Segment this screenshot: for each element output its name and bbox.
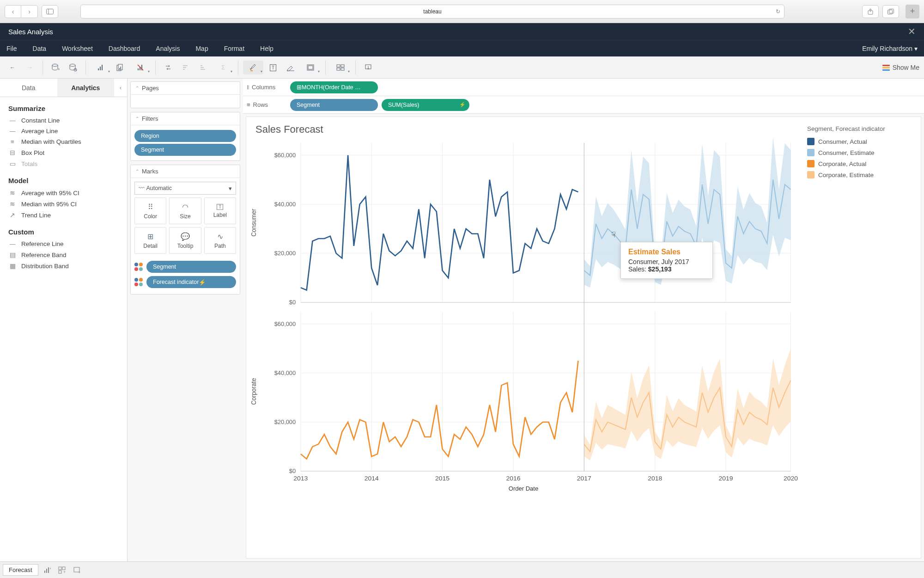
new-tab-button[interactable]: + [906,5,919,18]
svg-rect-21 [183,67,186,68]
marks-shelf[interactable]: ⌃Marks 〰 Automatic▾ ⠿Color ◠Size TLabel … [130,165,240,295]
analytics-trend-line[interactable]: ↗Trend Line [0,209,127,221]
filters-shelf[interactable]: ⌃Filters Region Segment [130,112,240,161]
share-button[interactable] [862,5,879,18]
sort-asc-button[interactable] [178,61,194,74]
new-datasource-button[interactable]: + [48,61,63,74]
detail-icon: ⊞ [147,232,153,241]
analytics-median-ci[interactable]: ≋Median with 95% CI [0,198,127,209]
svg-text:2013: 2013 [293,475,308,481]
analytics-ref-line[interactable]: ⸻Reference Line [0,239,127,249]
color-pill-forecast[interactable]: Forecast indicator⚡ [146,276,236,288]
analytics-avg-ci[interactable]: ≋Average with 95% CI [0,187,127,198]
svg-text:$20,000: $20,000 [274,250,296,257]
legend-item[interactable]: Corporate, Estimate [807,169,914,180]
showme-button[interactable]: Show Me [882,64,919,71]
analytics-dist-band[interactable]: ▦Distribution Band [0,260,127,271]
color-pill-segment[interactable]: Segment [146,261,236,273]
svg-rect-33 [341,68,344,70]
mark-label[interactable]: TLabel [204,197,236,224]
redo-button[interactable]: → [22,61,38,74]
shelves-pane: ⌃Pages ⌃Filters Region Segment ⌃Marks 〰 … [128,79,243,561]
legend-item[interactable]: Consumer, Estimate [807,147,914,158]
pause-data-button[interactable] [65,61,81,74]
address-bar[interactable]: tableau ↻ [80,5,784,18]
analytics-constant-line[interactable]: ⸻Constant Line [0,115,127,126]
refresh-icon[interactable]: ↻ [776,8,780,15]
menu-help[interactable]: Help [260,45,274,52]
sheet-tab-forecast[interactable]: Forecast [3,564,38,576]
undo-button[interactable]: ← [5,61,20,74]
analytics-average-line[interactable]: ⸻Average Line [0,126,127,136]
viz-pane: ⦀Columns ⊞MONTH(Order Date … ≡Rows Segme… [243,79,924,561]
new-worksheet-icon[interactable]: + [41,565,53,576]
swap-button[interactable] [160,61,176,74]
legend-item[interactable]: Consumer, Actual [807,136,914,147]
mark-tooltip[interactable]: 💬Tooltip [169,227,201,254]
tabs-button[interactable] [882,5,899,18]
columns-shelf[interactable]: ⦀Columns ⊞MONTH(Order Date … [243,79,924,96]
download-button[interactable] [360,61,376,74]
highlight-button[interactable] [243,61,263,74]
legend-item[interactable]: Corporate, Actual [807,158,914,169]
cards-button[interactable] [330,61,351,74]
mark-detail[interactable]: ⊞Detail [134,227,166,254]
sidebar-toggle-button[interactable] [42,5,58,18]
tooltip-line2: Sales: $25,193 [628,265,705,273]
chevron-icon: ⌃ [135,86,139,91]
sort-desc-button[interactable] [195,61,211,74]
section-model: Model [0,169,127,187]
collapse-pane-button[interactable]: ‹ [114,79,127,97]
legend-label: Consumer, Actual [818,138,867,145]
filter-pill-segment[interactable]: Segment [134,144,236,156]
menu-format[interactable]: Format [224,45,244,52]
duplicate-sheet-button[interactable] [113,61,128,74]
nav-fwd-button[interactable]: › [21,5,38,18]
new-worksheet-button[interactable] [91,61,111,74]
ref-line-icon: ⸻ [8,240,17,247]
menu-worksheet[interactable]: Worksheet [62,45,93,52]
fit-button[interactable] [300,61,321,74]
filter-pill-region[interactable]: Region [134,130,236,142]
nav-back-button[interactable]: ‹ [5,5,21,18]
mark-path[interactable]: ∿Path [204,227,236,254]
analytics-box-plot[interactable]: ⊟Box Plot [0,147,127,158]
new-dashboard-icon[interactable]: + [56,565,68,576]
labels-button[interactable]: T [265,61,281,74]
format-button[interactable] [283,61,298,74]
columns-icon: ⦀ [247,84,249,91]
tab-analytics[interactable]: Analytics [57,79,115,97]
menu-analysis[interactable]: Analysis [156,45,180,52]
analytics-ref-band[interactable]: ▤Reference Band [0,249,127,260]
svg-text:$40,000: $40,000 [274,201,296,208]
tab-data[interactable]: Data [0,79,57,97]
svg-point-5 [52,64,58,67]
menu-map[interactable]: Map [195,45,208,52]
sheet-tabs-footer: Forecast + + + [0,561,924,578]
clear-sheet-button[interactable] [130,61,151,74]
pages-shelf[interactable]: ⌃Pages [130,81,240,108]
svg-rect-80 [44,571,45,573]
rows-pill-segment[interactable]: Segment [290,99,378,111]
mark-size[interactable]: ◠Size [169,197,201,224]
columns-pill-month[interactable]: ⊞MONTH(Order Date … [290,81,378,93]
svg-rect-30 [337,65,340,67]
close-button[interactable]: ✕ [908,26,916,37]
svg-text:$0: $0 [289,299,296,306]
svg-text:+: + [58,67,60,72]
menu-data[interactable]: Data [33,45,47,52]
totals-button[interactable]: Σ [213,61,233,74]
svg-rect-3 [888,10,893,14]
menu-file[interactable]: File [6,45,17,52]
chart-area[interactable]: Sales Forecast $0$20,000$40,000$60,000Co… [246,117,801,558]
legend: Segment, Forecast indicator Consumer, Ac… [801,117,921,558]
rows-shelf[interactable]: ≡Rows Segment SUM(Sales)⚡ [243,96,924,114]
mark-color[interactable]: ⠿Color [134,197,166,224]
menu-dashboard[interactable]: Dashboard [109,45,140,52]
rows-pill-sales[interactable]: SUM(Sales)⚡ [382,99,469,111]
viz-title[interactable]: Sales Forecast [246,117,801,138]
mark-type-select[interactable]: 〰 Automatic▾ [134,182,236,195]
analytics-median-quartiles[interactable]: ≡Median with Quartiles [0,136,127,147]
new-story-icon[interactable]: + [71,565,83,576]
user-menu[interactable]: Emily Richardson ▾ [862,45,918,52]
